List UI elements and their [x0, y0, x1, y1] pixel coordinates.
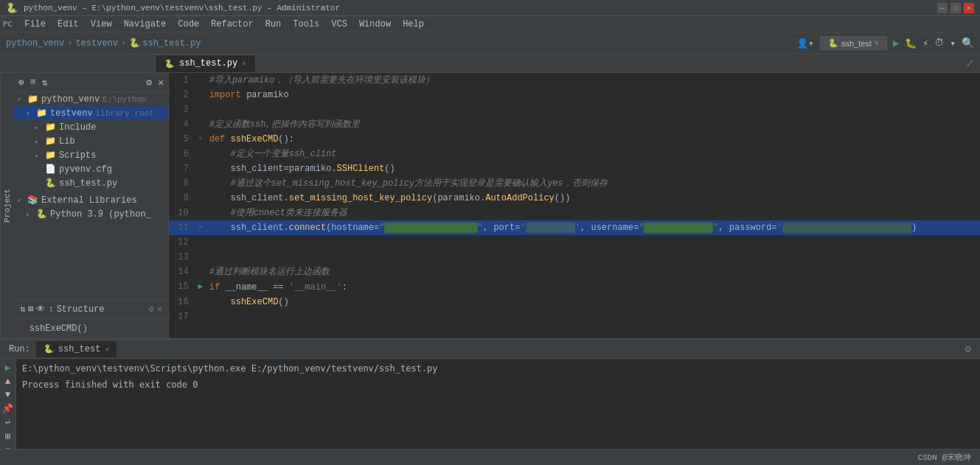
- code-scroll-area[interactable]: 1 #导入paramiko，（导入前需要先在环境里安装该模块） 2 import…: [169, 73, 980, 338]
- structure-content: ⚠ sshExeCMD(): [14, 319, 168, 338]
- profile-icon[interactable]: 👤▾: [796, 38, 814, 49]
- bottom-panel: Run: 🐍 ssh_test ✕ ⚙ ▶ ▲ ▼ 📌 ↩ ⊞ ⚙ ⊟ E:\p…: [0, 338, 980, 449]
- output-result: Process finished with exit code 0: [22, 380, 974, 390]
- expand-editor-icon[interactable]: ⤢: [960, 55, 980, 72]
- code-line-7: 7 ssh_client=paramiko.SSHClient(): [169, 161, 980, 176]
- search-icon[interactable]: 🔍: [962, 37, 974, 49]
- structure-settings-icon[interactable]: ⚙: [149, 304, 154, 315]
- structure-item-sshExeCMD[interactable]: ⚠ sshExeCMD(): [17, 322, 165, 335]
- error-icon: ⚠: [20, 324, 25, 334]
- structure-panel: ⇅ ⊞ 👁 ↕ Structure ⚙ ✕ ⚠ sshExeCMD(): [14, 299, 168, 338]
- run-button[interactable]: ▶: [893, 37, 899, 49]
- run-again-icon[interactable]: ▶: [5, 362, 11, 374]
- code-line-11: 11 ▿ ssh_client.connect(hostname=" ", po…: [169, 220, 980, 235]
- maximize-button[interactable]: □: [951, 3, 961, 13]
- tree-item-pyvenv[interactable]: ▸ 📄 pyvenv.cfg: [14, 162, 168, 176]
- menu-edit[interactable]: Edit: [52, 18, 85, 31]
- run-config-button[interactable]: 🐍 ssh_test ▾: [820, 36, 887, 50]
- bottom-settings-icon[interactable]: ⚙: [959, 343, 977, 355]
- file-tree: ▾ 📁 python_venv E:\python ▾ 📁 testvenv l…: [14, 92, 168, 299]
- top-toolbar: python_venv › testvenv › 🐍 ssh_test.py 👤…: [0, 32, 980, 55]
- structure-inherit-icon[interactable]: ↕: [48, 304, 53, 315]
- scroll-up-icon[interactable]: ▲: [5, 377, 10, 387]
- code-editor[interactable]: 1 #导入paramiko，（导入前需要先在环境里安装该模块） 2 import…: [169, 73, 980, 338]
- python-icon: 🐍: [36, 209, 47, 220]
- menu-file[interactable]: File: [18, 18, 52, 31]
- tree-item-lib[interactable]: ▸ 📁 Lib: [14, 134, 168, 148]
- tree-item-ssh-test[interactable]: ▸ 🐍 ssh_test.py: [14, 176, 168, 190]
- structure-header: ⇅ ⊞ 👁 ↕ Structure ⚙ ✕: [14, 300, 168, 319]
- structure-item-label: sshExeCMD(): [29, 324, 88, 334]
- folder-icon: 📁: [27, 94, 38, 105]
- sidebar-collapse-icon[interactable]: ≡: [29, 75, 38, 89]
- lib-icon: 📚: [27, 195, 38, 206]
- tree-item-python-venv[interactable]: ▾ 📁 python_venv E:\python: [14, 92, 168, 106]
- breadcrumb-env[interactable]: testvenv: [75, 38, 118, 49]
- sidebar-sort-icon[interactable]: ⇅: [41, 75, 49, 90]
- code-line-10: 10 #使用cnnect类来连接服务器: [169, 206, 980, 220]
- more-run-button[interactable]: ▾: [950, 38, 956, 49]
- menu-window[interactable]: Window: [353, 18, 397, 31]
- project-panel-label[interactable]: Project: [0, 73, 14, 338]
- menu-view[interactable]: View: [85, 18, 118, 31]
- structure-sort-icon[interactable]: ⇅: [20, 304, 25, 315]
- menu-code[interactable]: Code: [172, 18, 205, 31]
- code-line-1: 1 #导入paramiko，（导入前需要先在环境里安装该模块）: [169, 73, 980, 88]
- code-line-14: 14 #通过判断模块名运行上边函数: [169, 265, 980, 279]
- code-line-2: 2 import paramiko: [169, 88, 980, 102]
- tree-arrow-icon: ▸: [35, 151, 44, 160]
- tree-arrow-icon: ▸: [26, 210, 35, 219]
- profile-run-button[interactable]: ⏱: [934, 38, 944, 49]
- run-label: Run:: [3, 344, 36, 354]
- tree-arrow-icon: ▸: [35, 123, 44, 132]
- tree-item-ext-libs[interactable]: ▾ 📚 External Libraries: [14, 193, 168, 207]
- bottom-tab-bar: Run: 🐍 ssh_test ✕ ⚙: [0, 340, 980, 359]
- menu-refactor[interactable]: Refactor: [205, 18, 260, 31]
- sidebar-new-icon[interactable]: ⊕: [17, 75, 26, 90]
- tree-item-scripts[interactable]: ▸ 📁 Scripts: [14, 148, 168, 162]
- tree-item-python39[interactable]: ▸ 🐍 Python 3.9 (python_: [14, 207, 168, 221]
- tab-ssh-test[interactable]: 🐍 ssh_test.py ✕: [155, 55, 256, 72]
- window-controls[interactable]: ─ □ ✕: [937, 3, 974, 13]
- breadcrumb: python_venv › testvenv › 🐍 ssh_test.py: [6, 38, 201, 49]
- debug-button[interactable]: 🐛: [905, 38, 917, 49]
- menu-run[interactable]: Run: [260, 18, 288, 31]
- run-tab-ssh-test[interactable]: 🐍 ssh_test ✕: [36, 341, 117, 357]
- code-line-13: 13: [169, 250, 980, 265]
- fold-icon-11[interactable]: ▿: [198, 223, 203, 231]
- coverage-button[interactable]: ⚡: [922, 38, 928, 49]
- tree-item-include[interactable]: ▸ 📁 Include: [14, 120, 168, 134]
- structure-close-icon[interactable]: ✕: [157, 304, 162, 315]
- menu-help[interactable]: Help: [397, 18, 430, 31]
- folder-icon: 📁: [45, 122, 56, 133]
- fold-icon-5[interactable]: ▿: [198, 135, 203, 143]
- tree-item-testvenv[interactable]: ▾ 📁 testvenv library root: [14, 106, 168, 120]
- wrap-icon[interactable]: ↩: [5, 417, 10, 428]
- breadcrumb-root[interactable]: python_venv: [6, 38, 64, 49]
- status-bar: CSDN @宋晓坤: [0, 449, 980, 465]
- filter-icon[interactable]: ⊞: [5, 431, 10, 442]
- menu-tools[interactable]: Tools: [287, 18, 325, 31]
- scroll-down-icon[interactable]: ▼: [5, 390, 10, 400]
- code-line-17: 17: [169, 310, 980, 324]
- close-button[interactable]: ✕: [964, 3, 974, 13]
- structure-filter-icon[interactable]: ⊞: [28, 304, 33, 315]
- bottom-content: ▶ ▲ ▼ 📌 ↩ ⊞ ⚙ ⊟ E:\python_venv\testvenv\…: [0, 359, 980, 449]
- structure-vis-icon[interactable]: 👁: [36, 304, 45, 315]
- menu-vcs[interactable]: VCS: [325, 18, 353, 31]
- folder-icon: 📁: [45, 150, 56, 161]
- sidebar-settings-icon[interactable]: ⚙: [145, 75, 153, 90]
- run-tab-close-icon[interactable]: ✕: [105, 345, 109, 354]
- menu-navigate[interactable]: Navigate: [118, 18, 173, 31]
- sidebar-close-icon[interactable]: ✕: [156, 75, 165, 90]
- title-bar: 🐍 python_venv – E:\python_venv\testvenv\…: [0, 0, 980, 16]
- main-area: Project ⊕ ≡ ⇅ ⚙ ✕ ▾ 📁 python_venv E:\pyt…: [0, 73, 980, 338]
- code-line-15: 15 ▶ if __name__ == '__main__':: [169, 279, 980, 295]
- tab-close-icon[interactable]: ✕: [242, 59, 246, 68]
- pin-icon[interactable]: 📌: [2, 403, 13, 414]
- bottom-toolbar: ▶ ▲ ▼ 📌 ↩ ⊞ ⚙ ⊟: [0, 359, 16, 449]
- folder-icon: 📁: [36, 108, 47, 119]
- status-brand: CSDN @宋晓坤: [917, 452, 971, 463]
- breadcrumb-file[interactable]: 🐍 ssh_test.py: [129, 38, 201, 49]
- minimize-button[interactable]: ─: [937, 3, 948, 13]
